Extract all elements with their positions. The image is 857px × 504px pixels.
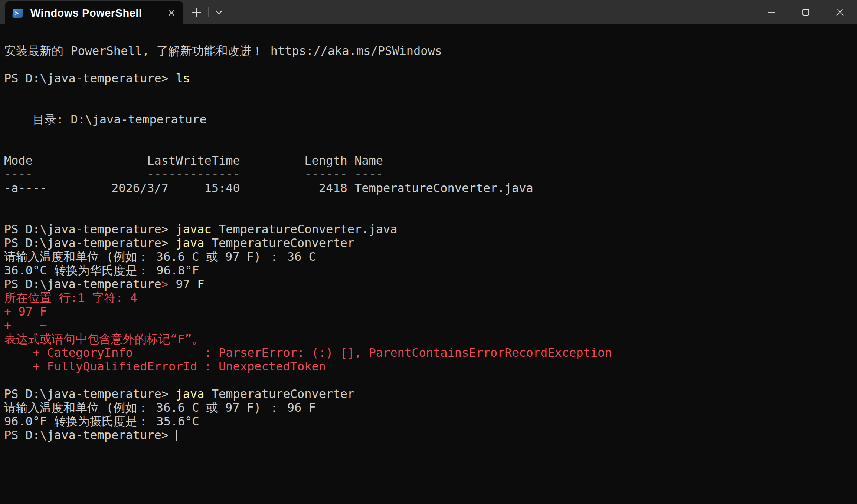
powershell-icon: >_ — [12, 9, 23, 18]
terminal-line — [4, 209, 853, 223]
terminal-line — [4, 58, 853, 72]
terminal-line: 96.0°F 转换为摄氏度是： 35.6°C — [4, 415, 853, 428]
tab-bar-divider — [208, 7, 209, 17]
tab-close-icon[interactable] — [164, 6, 179, 20]
terminal-line: ---- ------------- ------ ---- — [4, 168, 853, 181]
tab-windows-powershell[interactable]: >_ Windows PowerShell — [5, 1, 183, 24]
terminal-line: PS D:\java-temperature> java Temperature… — [4, 236, 853, 250]
title-bar: >_ Windows PowerShell — [0, 0, 857, 24]
terminal-output[interactable]: 安装最新的 PowerShell, 了解新功能和改进！ https://aka.… — [0, 24, 857, 504]
terminal-line: PS D:\java-temperature> ls — [4, 72, 853, 85]
terminal-line: + ~ — [4, 319, 853, 332]
chevron-down-icon — [215, 10, 223, 14]
terminal-line — [4, 85, 853, 99]
terminal-line: + CategoryInfo : ParserError: (:) [], Pa… — [4, 346, 853, 360]
terminal-line: 安装最新的 PowerShell, 了解新功能和改进！ https://aka.… — [4, 44, 853, 58]
maximize-button[interactable] — [789, 0, 823, 24]
terminal-line — [4, 373, 853, 387]
terminal-line — [4, 195, 853, 209]
terminal-line: PS D:\java-temperature> java Temperature… — [4, 387, 853, 401]
terminal-line: 36.0°C 转换为华氏度是： 96.8°F — [4, 264, 853, 277]
terminal-line: -a---- 2026/3/7 15:40 2418 TemperatureCo… — [4, 181, 853, 195]
close-icon — [835, 8, 844, 17]
minimize-button[interactable] — [755, 0, 789, 24]
terminal-line: 请输入温度和单位 (例如： 36.6 C 或 97 F) ： 36 C — [4, 250, 853, 264]
terminal-line: + FullyQualifiedErrorId : UnexpectedToke… — [4, 360, 853, 373]
terminal-line — [4, 140, 853, 154]
tab-dropdown-button[interactable] — [210, 0, 228, 24]
terminal-line: + 97 F — [4, 305, 853, 319]
tab-title: Windows PowerShell — [30, 7, 164, 19]
terminal-line: 表达式或语句中包含意外的标记“F”。 — [4, 332, 853, 346]
maximize-icon — [802, 8, 810, 16]
terminal-line — [4, 99, 853, 113]
terminal-line: PS D:\java-temperature> — [4, 428, 853, 442]
close-button[interactable] — [823, 0, 857, 24]
terminal-line: 所在位置 行:1 字符: 4 — [4, 291, 853, 305]
terminal-line: PS D:\java-temperature> javac Temperatur… — [4, 223, 853, 236]
minimize-icon — [768, 8, 776, 16]
terminal-line: 请输入温度和单位 (例如： 36.6 C 或 97 F) ： 96 F — [4, 401, 853, 415]
close-icon — [167, 9, 176, 17]
terminal-line: Mode LastWriteTime Length Name — [4, 154, 853, 168]
text-cursor — [176, 430, 177, 441]
plus-icon — [191, 7, 202, 18]
terminal-line: 目录: D:\java-temperature — [4, 113, 853, 126]
terminal-line — [4, 126, 853, 140]
terminal-line: PS D:\java-temperature> 97 F — [4, 277, 853, 291]
new-tab-button[interactable] — [188, 0, 205, 24]
